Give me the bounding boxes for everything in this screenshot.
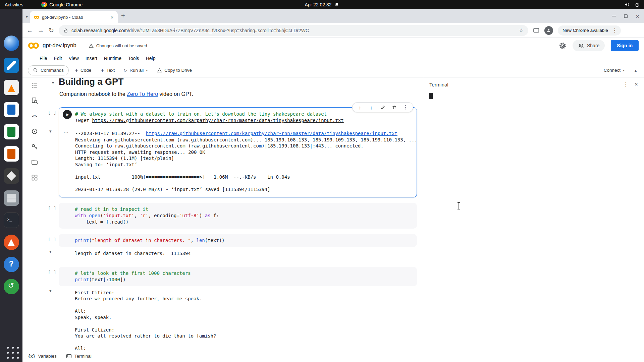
run-all-button[interactable]: ▷Run all▾ bbox=[121, 66, 151, 75]
variables-icon: {x} bbox=[28, 354, 36, 359]
software-center-icon[interactable] bbox=[4, 235, 19, 250]
chrome-update-pill[interactable]: New Chrome available ⋮ bbox=[558, 25, 621, 36]
output-options-icon[interactable]: ⋯ bbox=[63, 130, 69, 136]
commands-button[interactable]: Commands bbox=[28, 65, 69, 75]
terminal-toggle[interactable]: Terminal bbox=[66, 354, 92, 359]
drive-icon bbox=[157, 68, 162, 73]
vlc-icon[interactable] bbox=[4, 80, 19, 95]
edit-cell-icon[interactable] bbox=[380, 104, 386, 110]
menu-help[interactable]: Help bbox=[143, 54, 159, 62]
notebook-scroll-area[interactable]: ▾ Building a GPT Companion notebook to t… bbox=[47, 77, 423, 350]
close-icon[interactable]: × bbox=[636, 13, 639, 19]
files-icon[interactable] bbox=[31, 158, 39, 166]
terminal-content[interactable] bbox=[423, 92, 644, 350]
chevron-down-icon: ▾ bbox=[623, 68, 625, 72]
browser-tab[interactable]: gpt-dev.ipynb - Colab × bbox=[30, 11, 118, 23]
browser-menu-icon[interactable]: ⋮ bbox=[611, 27, 619, 34]
variable-inspector-icon[interactable] bbox=[31, 127, 39, 135]
commands-label: Commands bbox=[41, 68, 64, 73]
activities-button[interactable]: Activities bbox=[0, 0, 28, 9]
move-cell-down-icon[interactable]: ↓ bbox=[368, 104, 374, 110]
menu-view[interactable]: View bbox=[66, 54, 82, 62]
add-code-button[interactable]: +Code bbox=[71, 65, 95, 76]
reload-icon[interactable]: ↻ bbox=[49, 26, 54, 34]
blue-app-icon[interactable] bbox=[4, 36, 19, 51]
tab-close-icon[interactable]: × bbox=[109, 14, 115, 20]
system-tray[interactable] bbox=[624, 2, 640, 7]
connect-button[interactable]: Connect▾ bbox=[600, 66, 628, 75]
menu-tools[interactable]: Tools bbox=[125, 54, 142, 62]
run-cell-button[interactable]: ▶ bbox=[63, 110, 72, 119]
table-of-contents-icon[interactable] bbox=[31, 81, 39, 89]
sign-in-button[interactable]: Sign in bbox=[611, 40, 639, 51]
tab-search-icon[interactable]: ▾ bbox=[26, 14, 28, 19]
more-actions-icon[interactable]: ⋮ bbox=[402, 104, 409, 110]
cell-editor[interactable]: print("length of dataset in characters: … bbox=[59, 234, 417, 247]
execution-count: [ ] bbox=[48, 110, 57, 115]
collapse-section-icon[interactable]: ▾ bbox=[47, 77, 59, 85]
delete-cell-icon[interactable] bbox=[391, 104, 397, 110]
forward-icon[interactable]: → bbox=[38, 27, 44, 34]
code-cell[interactable]: # read it in to inspect itwith open('inp… bbox=[59, 203, 417, 229]
terminal-close-icon[interactable]: × bbox=[635, 81, 638, 88]
file-manager-icon[interactable] bbox=[4, 190, 19, 206]
warning-icon bbox=[89, 43, 94, 48]
code-text: # let's look at the first 1000 character… bbox=[75, 270, 412, 283]
plus-icon: + bbox=[75, 67, 78, 74]
focused-app-indicator[interactable]: Google Chrome bbox=[41, 2, 83, 7]
share-button[interactable]: Share bbox=[573, 40, 605, 51]
terminal-menu-icon[interactable]: ⋮ bbox=[623, 81, 629, 88]
colab-logo[interactable] bbox=[28, 42, 39, 50]
terminal-app-icon[interactable] bbox=[4, 213, 19, 228]
libreoffice-writer-icon[interactable] bbox=[4, 102, 19, 117]
run-all-label: Run all bbox=[129, 68, 144, 73]
cell-output: First Citizen:Before we proceed any furt… bbox=[59, 286, 417, 350]
clock-menu[interactable]: Apr 22 02:32 bbox=[305, 2, 339, 7]
copy-to-drive-button[interactable]: Copy to Drive bbox=[154, 66, 195, 75]
url-field[interactable]: colab.research.google.com/drive/1JMLa53H… bbox=[59, 25, 528, 36]
secrets-icon[interactable] bbox=[31, 143, 39, 151]
menu-insert[interactable]: Insert bbox=[83, 54, 100, 62]
collapse-header-icon[interactable]: ▴ bbox=[635, 68, 637, 73]
menu-file[interactable]: File bbox=[37, 54, 50, 62]
cell-gutter: [ ]▾ bbox=[47, 107, 59, 197]
settings-gear-icon[interactable] bbox=[559, 42, 567, 50]
vscode-icon[interactable] bbox=[4, 58, 19, 73]
address-bar: ← → ↻ colab.research.google.com/drive/1J… bbox=[22, 23, 644, 38]
new-tab-button[interactable]: + bbox=[121, 12, 125, 20]
bookmark-star-icon[interactable]: ☆ bbox=[519, 27, 524, 34]
find-replace-icon[interactable] bbox=[31, 97, 39, 105]
menu-edit[interactable]: Edit bbox=[51, 54, 65, 62]
libreoffice-calc-icon[interactable] bbox=[4, 124, 19, 139]
variables-toggle[interactable]: {x} Variables bbox=[28, 354, 57, 359]
code-cell[interactable]: # let's look at the first 1000 character… bbox=[59, 267, 417, 350]
code-cell[interactable]: print("length of dataset in characters: … bbox=[59, 234, 417, 261]
libreoffice-impress-icon[interactable] bbox=[4, 146, 19, 162]
collapse-output-icon[interactable]: ▾ bbox=[49, 129, 52, 134]
cell-editor[interactable]: # read it in to inspect itwith open('inp… bbox=[59, 203, 417, 229]
collapse-output-icon[interactable]: ▾ bbox=[49, 249, 52, 254]
recycle-icon[interactable] bbox=[4, 279, 19, 294]
profile-avatar[interactable] bbox=[544, 26, 553, 35]
add-text-button[interactable]: +Text bbox=[97, 65, 118, 76]
move-cell-up-icon[interactable]: ↑ bbox=[357, 104, 363, 110]
extensions-grid-icon[interactable] bbox=[31, 174, 39, 182]
chrome-icon[interactable] bbox=[4, 13, 19, 29]
inkscape-icon[interactable] bbox=[4, 168, 19, 184]
minimize-icon[interactable] bbox=[612, 16, 616, 16]
notebook-title[interactable]: gpt-dev.ipynb bbox=[43, 42, 76, 49]
code-cell[interactable]: ↑↓⋮▶# We always start with a dataset to … bbox=[59, 107, 417, 197]
maximize-icon[interactable] bbox=[624, 14, 628, 18]
cell-editor[interactable]: # let's look at the first 1000 character… bbox=[59, 267, 417, 286]
bell-icon bbox=[334, 2, 339, 7]
zero-to-hero-link[interactable]: Zero To Hero bbox=[127, 91, 158, 97]
collapse-output-icon[interactable]: ▾ bbox=[49, 288, 52, 293]
terminal-label: Terminal bbox=[74, 354, 92, 359]
show-applications-icon[interactable] bbox=[4, 344, 19, 359]
side-panel-icon[interactable] bbox=[533, 27, 540, 34]
code-snippets-icon[interactable]: <> bbox=[31, 112, 39, 120]
help-icon[interactable] bbox=[4, 257, 19, 272]
section-heading: Building a GPT bbox=[59, 77, 124, 87]
menu-runtime[interactable]: Runtime bbox=[101, 54, 124, 62]
back-icon[interactable]: ← bbox=[26, 27, 33, 34]
